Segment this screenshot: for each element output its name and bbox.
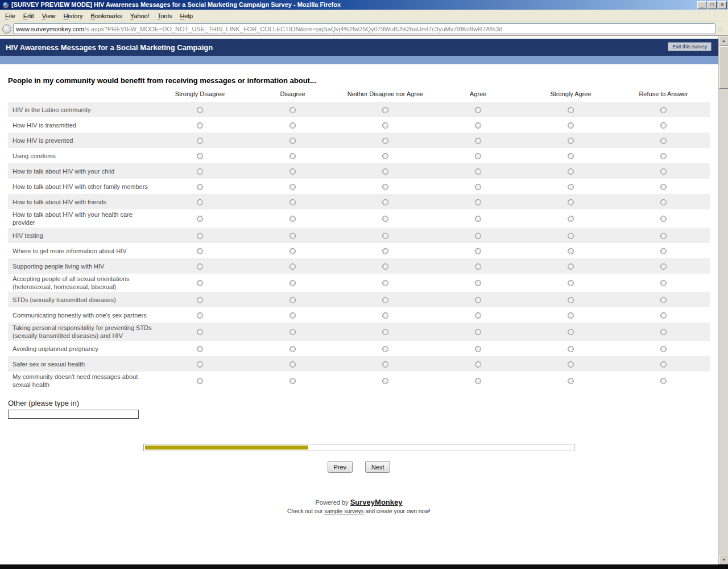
radio-row6-col2[interactable] — [382, 199, 388, 205]
radio-row4-col3[interactable] — [475, 168, 481, 175]
radio-row0-col5[interactable] — [660, 107, 667, 113]
radio-row5-col5[interactable] — [660, 184, 667, 190]
radio-row10-col3[interactable] — [475, 263, 481, 270]
radio-row16-col0[interactable] — [197, 361, 203, 368]
radio-row0-col3[interactable] — [475, 107, 481, 113]
radio-row10-col0[interactable] — [197, 263, 203, 270]
radio-row4-col0[interactable] — [197, 168, 203, 175]
radio-row2-col3[interactable] — [475, 138, 481, 144]
menu-edit[interactable]: Edit — [19, 11, 38, 21]
radio-row12-col0[interactable] — [197, 297, 203, 303]
radio-row1-col2[interactable] — [382, 122, 388, 129]
radio-row10-col5[interactable] — [660, 263, 667, 270]
radio-row7-col3[interactable] — [475, 216, 481, 222]
radio-row8-col4[interactable] — [568, 233, 574, 239]
radio-row8-col3[interactable] — [475, 233, 481, 239]
minimize-button[interactable]: _ — [697, 1, 706, 9]
radio-row16-col3[interactable] — [475, 361, 481, 368]
radio-row13-col1[interactable] — [289, 312, 296, 319]
prev-button[interactable]: Prev — [328, 461, 353, 473]
radio-row15-col3[interactable] — [475, 346, 481, 352]
radio-row3-col3[interactable] — [475, 153, 481, 159]
radio-row1-col1[interactable] — [289, 122, 296, 129]
other-input[interactable] — [8, 410, 139, 419]
radio-row5-col1[interactable] — [289, 184, 296, 190]
scroll-up-icon[interactable]: ▲ — [719, 36, 728, 46]
menu-file[interactable]: File — [1, 11, 19, 21]
radio-row7-col0[interactable] — [197, 216, 203, 222]
radio-row11-col3[interactable] — [475, 280, 481, 286]
radio-row0-col2[interactable] — [382, 107, 388, 113]
radio-row9-col2[interactable] — [382, 248, 388, 254]
radio-row14-col3[interactable] — [475, 329, 481, 335]
radio-row12-col2[interactable] — [382, 297, 388, 303]
maximize-button[interactable]: □ — [708, 1, 717, 9]
radio-row15-col1[interactable] — [289, 346, 296, 352]
radio-row12-col5[interactable] — [660, 297, 667, 303]
radio-row2-col2[interactable] — [382, 138, 388, 144]
radio-row7-col4[interactable] — [568, 216, 574, 222]
radio-row13-col4[interactable] — [568, 312, 574, 319]
radio-row6-col3[interactable] — [475, 199, 481, 205]
radio-row0-col0[interactable] — [197, 107, 203, 113]
radio-row3-col5[interactable] — [660, 153, 667, 159]
radio-row4-col1[interactable] — [289, 168, 296, 175]
radio-row1-col4[interactable] — [568, 122, 574, 129]
radio-row2-col4[interactable] — [568, 138, 574, 144]
radio-row12-col3[interactable] — [475, 297, 481, 303]
radio-row6-col5[interactable] — [660, 199, 667, 205]
radio-row17-col0[interactable] — [197, 378, 203, 384]
radio-row5-col0[interactable] — [197, 184, 203, 190]
radio-row4-col4[interactable] — [568, 168, 574, 175]
radio-row8-col2[interactable] — [382, 233, 388, 239]
radio-row9-col3[interactable] — [475, 248, 481, 254]
radio-row14-col2[interactable] — [382, 329, 388, 335]
radio-row14-col1[interactable] — [289, 329, 296, 335]
radio-row12-col1[interactable] — [289, 297, 296, 303]
radio-row12-col4[interactable] — [568, 297, 574, 303]
radio-row7-col5[interactable] — [660, 216, 667, 222]
radio-row1-col3[interactable] — [475, 122, 481, 129]
scrollbar-thumb[interactable] — [719, 46, 728, 89]
radio-row13-col5[interactable] — [660, 312, 667, 319]
radio-row8-col1[interactable] — [289, 233, 296, 239]
radio-row15-col4[interactable] — [568, 346, 574, 352]
radio-row9-col4[interactable] — [568, 248, 574, 254]
radio-row7-col1[interactable] — [289, 216, 296, 222]
radio-row15-col5[interactable] — [660, 346, 667, 352]
radio-row1-col0[interactable] — [197, 122, 203, 129]
radio-row11-col1[interactable] — [289, 280, 296, 286]
radio-row16-col2[interactable] — [382, 361, 388, 368]
radio-row11-col0[interactable] — [197, 280, 203, 286]
radio-row13-col0[interactable] — [197, 312, 203, 319]
menu-history[interactable]: History — [59, 11, 86, 21]
radio-row9-col1[interactable] — [289, 248, 296, 254]
radio-row13-col2[interactable] — [382, 312, 388, 319]
radio-row10-col2[interactable] — [382, 263, 388, 270]
radio-row15-col0[interactable] — [197, 346, 203, 352]
radio-row11-col2[interactable] — [382, 280, 388, 286]
menu-bookmarks[interactable]: Bookmarks — [87, 11, 126, 21]
url-field[interactable]: www.surveymonkey.com/s.aspx?PREVIEW_MODE… — [13, 23, 715, 34]
radio-row2-col5[interactable] — [660, 138, 667, 144]
menu-help[interactable]: Help — [176, 11, 197, 21]
menu-tools[interactable]: Tools — [154, 11, 176, 21]
radio-row16-col5[interactable] — [660, 361, 667, 368]
radio-row16-col4[interactable] — [568, 361, 574, 368]
radio-row3-col4[interactable] — [568, 153, 574, 159]
radio-row16-col1[interactable] — [289, 361, 296, 368]
sample-surveys-link[interactable]: sample surveys — [324, 508, 363, 514]
radio-row8-col5[interactable] — [660, 233, 667, 239]
radio-row6-col0[interactable] — [197, 199, 203, 205]
surveymonkey-link[interactable]: SurveyMonkey — [350, 498, 403, 506]
radio-row3-col2[interactable] — [382, 153, 388, 159]
radio-row6-col4[interactable] — [568, 199, 574, 205]
scroll-down-icon[interactable]: ▼ — [719, 555, 728, 564]
vertical-scrollbar[interactable]: ▲ ▼ — [718, 36, 728, 564]
radio-row10-col4[interactable] — [568, 263, 574, 270]
radio-row13-col3[interactable] — [475, 312, 481, 319]
radio-row9-col0[interactable] — [197, 248, 203, 254]
radio-row9-col5[interactable] — [660, 248, 667, 254]
radio-row8-col0[interactable] — [197, 233, 203, 239]
radio-row3-col1[interactable] — [289, 153, 296, 159]
